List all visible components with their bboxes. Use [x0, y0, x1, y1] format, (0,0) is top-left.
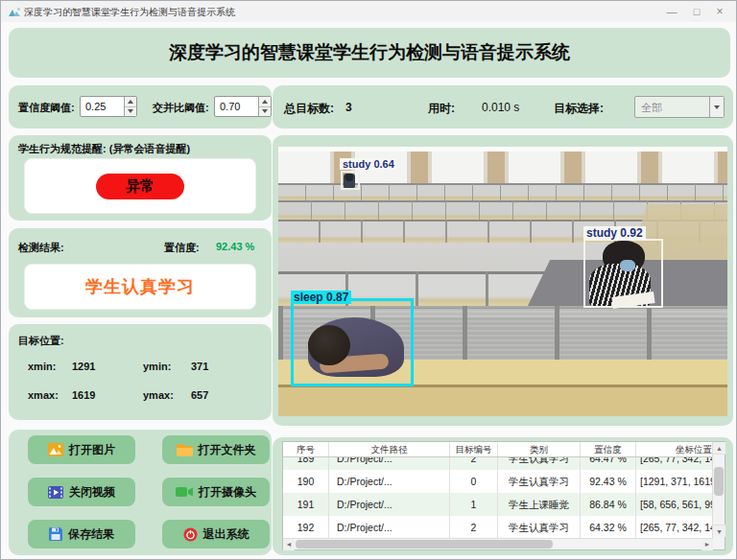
- cell-category: 学生认真学习: [498, 516, 581, 539]
- position-panel: 目标位置: xmin: 1291 ymin: 371 xmax: 1619 ym…: [9, 324, 272, 420]
- vertical-scroll-thumb[interactable]: [714, 467, 724, 496]
- result-text-box: 学生认真学习: [24, 264, 256, 310]
- elapsed-time-label: 用时:: [428, 101, 455, 117]
- abnormal-status-badge: 异常: [96, 174, 184, 199]
- col-header[interactable]: 坐标位置: [636, 442, 713, 456]
- table-row[interactable]: 190 D:/Project/... 0 学生认真学习 92.43 % [129…: [283, 470, 713, 493]
- elapsed-time-value: 0.010 s: [482, 101, 519, 114]
- dropdown-arrow-button[interactable]: [709, 97, 724, 117]
- exit-system-button[interactable]: 退出系统: [162, 520, 270, 548]
- app-logo-icon: [9, 6, 21, 17]
- col-header[interactable]: 置信度: [581, 442, 636, 456]
- xmin-value: 1291: [72, 361, 95, 372]
- image-panel: study 0.64 study 0.92 sleep 0.87: [273, 135, 733, 426]
- button-label: 关闭视频: [69, 484, 115, 501]
- iou-threshold-label: 交并比阈值:: [153, 101, 209, 115]
- target-select-value: 全部: [641, 101, 662, 115]
- threshold-panel: 置信度阈值: 0.25 交并比阈值: 0.70: [9, 85, 272, 128]
- close-video-button[interactable]: 关闭视频: [28, 478, 135, 506]
- table-row[interactable]: 192 D:/Project/... 2 学生认真学习 64.32 % [265…: [283, 516, 713, 539]
- cell-target-id: 1: [450, 493, 498, 516]
- button-label: 保存结果: [68, 526, 114, 543]
- spinner-up-icon[interactable]: [259, 97, 271, 107]
- result-confidence-value: 92.43 %: [216, 241, 254, 252]
- scroll-right-icon[interactable]: ►: [701, 539, 713, 550]
- result-confidence-label: 置信度:: [164, 241, 200, 255]
- save-results-button[interactable]: 保存结果: [28, 520, 135, 548]
- maximize-button[interactable]: □: [686, 3, 707, 20]
- cell-category: 学生认真学习: [498, 470, 581, 493]
- table-row[interactable]: 191 D:/Project/... 1 学生上课睡觉 86.84 % [58,…: [283, 493, 713, 516]
- results-table: 序号 文件路径 目标编号 类别 置信度 坐标位置 189 D:/Project/…: [282, 441, 725, 550]
- button-label: 打开图片: [69, 442, 115, 458]
- cell-index: 190: [283, 470, 329, 493]
- vertical-scrollbar[interactable]: ▲ ▼: [712, 442, 725, 549]
- save-icon: [49, 527, 62, 541]
- cell-confidence: 64.47 %: [581, 457, 636, 470]
- confidence-threshold-label: 置信度阈值:: [18, 101, 75, 115]
- cell-confidence: 86.84 %: [581, 493, 636, 516]
- behavior-panel: 学生行为规范提醒: (异常会语音提醒) 异常: [9, 135, 272, 221]
- scroll-up-icon[interactable]: ▲: [713, 442, 725, 455]
- confidence-threshold-value: 0.25: [85, 101, 106, 112]
- spinner-up-icon[interactable]: [125, 97, 136, 107]
- cell-confidence: 64.32 %: [581, 516, 636, 539]
- result-panel: 检测结果: 置信度: 92.43 % 学生认真学习: [9, 228, 272, 317]
- cell-category: 学生认真学习: [498, 457, 581, 470]
- cell-target-id: 0: [450, 470, 498, 493]
- cell-coords: [1291, 371, 1619, 657]: [636, 470, 713, 493]
- close-button[interactable]: ×: [709, 3, 730, 20]
- open-camera-button[interactable]: 打开摄像头: [162, 478, 270, 506]
- horizontal-scrollbar[interactable]: ◄ ►: [283, 538, 713, 549]
- cell-index: 189: [283, 457, 329, 470]
- behavior-status-box: 异常: [24, 158, 256, 214]
- position-section-label: 目标位置:: [18, 334, 64, 348]
- cell-path: D:/Project/...: [329, 470, 450, 493]
- xmax-value: 1619: [72, 389, 95, 401]
- table-panel: 序号 文件路径 目标编号 类别 置信度 坐标位置 189 D:/Project/…: [273, 437, 733, 555]
- col-header[interactable]: 序号: [283, 442, 329, 456]
- open-folder-button[interactable]: 打开文件夹: [162, 435, 270, 464]
- cell-coords: [58, 656, 561, 995]: [636, 493, 713, 516]
- horizontal-scroll-thumb[interactable]: [296, 540, 553, 548]
- detection-label: study 0.92: [583, 226, 646, 240]
- actions-panel: 打开图片 打开文件夹 关闭视频 打开摄像头 保存结果 退出系统: [9, 430, 272, 555]
- table-content: 序号 文件路径 目标编号 类别 置信度 坐标位置 189 D:/Project/…: [283, 442, 713, 539]
- scroll-down-icon[interactable]: ▼: [713, 525, 725, 537]
- chevron-down-icon: [714, 105, 720, 109]
- spinner-down-icon[interactable]: [125, 107, 136, 117]
- cell-coords: [265, 77, 342, 146]: [636, 457, 713, 470]
- target-select-dropdown[interactable]: 全部: [634, 96, 725, 118]
- cell-target-id: 2: [450, 516, 498, 539]
- col-header[interactable]: 目标编号: [450, 442, 498, 456]
- folder-icon: [177, 444, 193, 456]
- col-header[interactable]: 文件路径: [329, 442, 450, 456]
- video-icon: [48, 486, 63, 499]
- col-header[interactable]: 类别: [498, 442, 581, 456]
- spinner-buttons[interactable]: [124, 97, 136, 116]
- scroll-left-icon[interactable]: ◄: [283, 539, 295, 550]
- detection-photo: study 0.64 study 0.92 sleep 0.87: [278, 147, 727, 416]
- window-title: 深度学习的智慧课堂学生行为检测与语音提示系统: [24, 6, 235, 19]
- table-row[interactable]: 189 D:/Project/... 2 学生认真学习 64.47 % [265…: [283, 457, 713, 470]
- camera-icon: [176, 486, 193, 498]
- cell-path: D:/Project/...: [329, 493, 450, 516]
- minimize-button[interactable]: —: [661, 3, 682, 20]
- cell-index: 191: [283, 493, 329, 516]
- open-image-button[interactable]: 打开图片: [28, 435, 135, 464]
- spinner-buttons[interactable]: [258, 97, 271, 116]
- cell-path: D:/Project/...: [329, 516, 450, 539]
- iou-threshold-spinner[interactable]: 0.70: [214, 96, 272, 117]
- cell-index: 192: [283, 516, 329, 539]
- detection-label: study 0.64: [340, 158, 397, 170]
- table-header-row: 序号 文件路径 目标编号 类别 置信度 坐标位置: [283, 442, 713, 457]
- cell-target-id: 2: [450, 457, 498, 470]
- cell-category: 学生上课睡觉: [498, 493, 581, 516]
- power-icon: [183, 527, 198, 542]
- confidence-threshold-spinner[interactable]: 0.25: [80, 96, 137, 117]
- ymin-value: 371: [191, 361, 208, 372]
- bbox-study-064: [341, 171, 360, 190]
- xmin-label: xmin:: [28, 361, 56, 372]
- cell-path: D:/Project/...: [329, 457, 450, 470]
- spinner-down-icon[interactable]: [259, 107, 271, 117]
